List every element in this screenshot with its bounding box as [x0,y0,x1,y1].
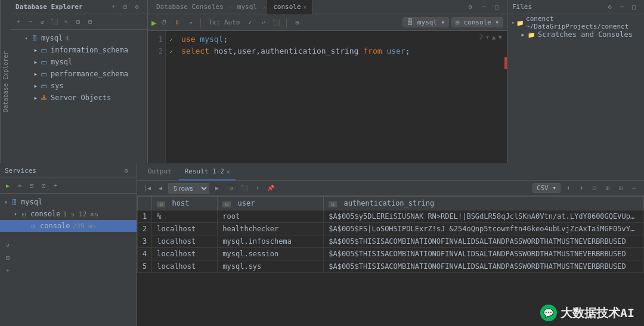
scroll-down[interactable]: ▼ [498,33,502,41]
expand-arrow-mysql-child[interactable]: ▶ [32,58,39,66]
services-header: Services ⚙ [0,164,137,178]
svc-run-icon[interactable]: ▶ [2,181,13,191]
svc-list-icon[interactable]: ≡ [14,181,25,191]
col-host-header[interactable]: ⊟ host [152,197,218,210]
separator-1 [200,18,201,27]
pin-btn[interactable]: 📌 [265,183,276,194]
svc-mysql[interactable]: ▾ 🗄 mysql [0,196,137,208]
download-btn[interactable]: ⬇ [563,183,574,194]
console-tab[interactable]: console ✕ [267,0,313,14]
files-maximize-icon[interactable]: □ [628,2,639,13]
tree-item-conenct[interactable]: ▾ 📁 conenct ~/DataGripProjects/conenct [507,17,644,29]
reload-btn[interactable]: ↺ [226,183,237,194]
add-btn[interactable]: + [13,17,24,27]
tree-item-scratches[interactable]: ▶ 📁 Scratches and Consoles [507,29,644,41]
stop-btn[interactable]: ⬛ [49,17,60,27]
view-btn[interactable]: ⊡ [615,183,626,194]
tree-item-mysql-child[interactable]: ▶ 🗃 mysql [11,56,147,68]
filter-btn[interactable]: ⊟ [85,17,95,27]
editor-body: 1 2 ✓ ✓ use mysql; select host,user,auth… [148,31,507,163]
svc-console-child[interactable]: ▶ ⊡ console 239 ms [0,220,137,232]
console-connection-badge[interactable]: ⊡ console ▾ [451,17,503,27]
tree-item-mysql[interactable]: ▾ 🗄 mysql 4 [11,32,147,44]
svc-console-parent-label: console [30,210,61,218]
col-auth-header[interactable]: ⊟ authentication_string [324,197,644,210]
edit-btn[interactable]: ✎ [61,17,72,27]
side-icon-3[interactable]: + [2,265,13,276]
settings-btn[interactable]: ⚙ [465,2,476,13]
remove-btn[interactable]: − [25,17,36,27]
output-tab[interactable]: Output [142,164,178,181]
wechat-icon: 💬 [540,305,557,321]
next-page-btn[interactable]: ▶ [212,183,222,194]
add-icon[interactable]: + [108,2,119,13]
svc-console-parent[interactable]: ▾ ⊡ console 1 s 12 ms [0,208,137,220]
files-minimize-icon[interactable]: − [617,2,627,13]
tree-item-server-objects[interactable]: ▶ 🖧 Server Objects [11,92,147,104]
table-icon[interactable]: ⊞ [292,17,302,28]
side-icon-2[interactable]: ⊟ [2,252,13,263]
rows-select[interactable]: 5 rows 10 rows 20 rows [168,183,209,194]
filter-icon[interactable]: ⊟ [120,2,131,13]
pause-icon[interactable]: ⏸ [172,17,182,28]
tick-icon[interactable]: ✓ [244,17,255,28]
more-btn[interactable]: ⋯ [628,183,639,194]
editor-status: 2 ▾ ▲ ▼ [479,33,503,41]
clock-icon[interactable]: ⏱ [159,17,169,28]
prev-page-btn[interactable]: ◀ [155,183,166,194]
svc-tree-icon[interactable]: ⊟ [26,181,37,191]
svc-console-child-time: 239 ms [73,222,97,230]
result-1-2-tab[interactable]: Result 1-2 ✕ [179,164,236,181]
expand-arrow-info[interactable]: ▶ [32,46,39,54]
expand-arrow-perf[interactable]: ▶ [32,70,39,77]
run-button[interactable]: ▶ [151,18,156,27]
minimize-btn[interactable]: − [478,2,489,13]
scroll-up[interactable]: ▲ [492,33,496,41]
console-tab-close[interactable]: ✕ [304,4,306,10]
code-area[interactable]: use mysql; select host,user,authenticati… [177,31,507,163]
expand-arrow-mysql[interactable]: ▾ [23,35,30,42]
col-user-header[interactable]: ⊟ user [218,197,324,210]
commit-icon[interactable]: ↗ [185,17,196,28]
svc-mysql-arrow[interactable]: ▾ [2,198,10,206]
tree-item-information-schema[interactable]: ▶ 🗃 information_schema [11,44,147,56]
maximize-btn[interactable]: □ [491,2,502,13]
columns-btn[interactable]: ⊞ [602,183,613,194]
side-icon-1[interactable]: ↺ [2,239,13,250]
header-actions: ⚙ − □ [465,2,502,13]
expand-arrow-sys[interactable]: ▶ [32,82,39,89]
tree-item-sys[interactable]: ▶ 🗃 sys [11,80,147,92]
svc-console-icon: ⊡ [19,210,29,218]
svc-filter-icon[interactable]: ⊡ [38,181,49,191]
mysql-child-label: mysql [51,58,72,66]
stop-icon[interactable]: ⬛ [271,17,281,28]
services-settings-icon[interactable]: ⚙ [121,166,132,176]
line-numbers: 1 2 [148,31,166,163]
upload-btn[interactable]: ⬆ [576,183,587,194]
files-tree: ▾ 📁 conenct ~/DataGripProjects/conenct ▶… [507,14,644,163]
files-settings-icon[interactable]: ⚙ [605,2,615,13]
table-row[interactable]: 3 localhost mysql.infoschema $A$005$THIS… [138,235,644,248]
first-page-btn[interactable]: |◀ [142,183,153,194]
conenct-arrow[interactable]: ▾ [510,19,516,26]
filter-result-btn[interactable]: ⊟ [589,183,600,194]
tree-item-perf-schema[interactable]: ▶ 🗃 performance_schema [11,68,147,80]
rollback-icon[interactable]: ↩ [258,17,268,28]
svc-console-parent-arrow[interactable]: ▾ [12,210,19,218]
settings-icon[interactable]: ⚙ [132,2,143,13]
csv-export-btn[interactable]: CSV ▾ [532,183,561,193]
table-row[interactable]: 4 localhost mysql.session $A$005$THISISA… [138,248,644,260]
result-tab-close[interactable]: ✕ [227,169,230,175]
stop-result-btn[interactable]: ⬛ [239,183,250,194]
table-row[interactable]: 1 % root $A$005$y5DLEREiSIUSNAK RN>RDEL!… [138,210,644,223]
table-row[interactable]: 5 localhost mysql.sys $A$005$THISISACOMB… [138,260,644,273]
console-btn[interactable]: ⊡ [73,17,83,27]
scratches-arrow[interactable]: ▶ [519,31,527,38]
add-row-btn[interactable]: + [252,183,263,194]
refresh-btn[interactable]: ↺ [37,17,48,27]
svc-add-icon[interactable]: + [50,181,61,191]
table-row[interactable]: 2 localhost healthchecker $A$005$FS|LoSO… [138,223,644,235]
expand-arrow-server[interactable]: ▶ [32,94,39,101]
mysql-connection-badge[interactable]: 🗄 mysql ▾ [402,17,449,27]
database-explorer-tab[interactable]: Database Explorer [0,0,11,163]
